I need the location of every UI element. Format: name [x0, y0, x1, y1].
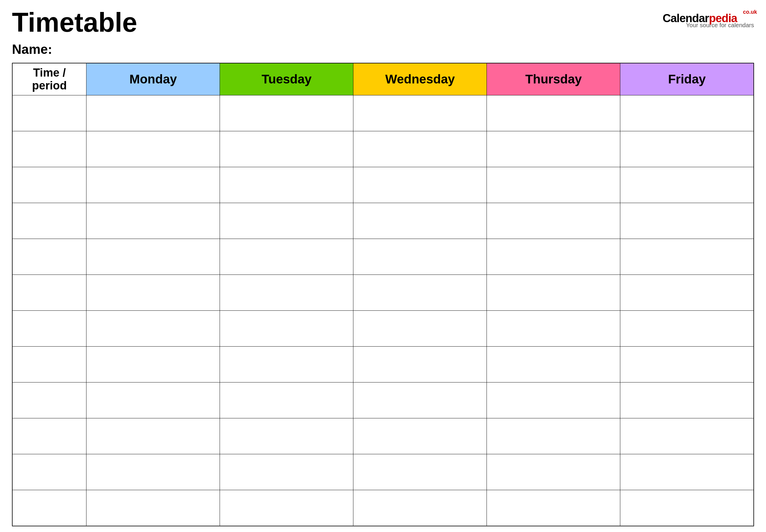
- day-cell: [487, 239, 620, 275]
- table-row: [12, 239, 754, 275]
- header-section: Timetable Calendarpedia co.uk Your sourc…: [12, 9, 754, 36]
- time-cell: [12, 311, 86, 347]
- table-row: [12, 490, 754, 526]
- day-cell: [487, 490, 620, 526]
- day-cell: [353, 382, 487, 418]
- timetable-body: [12, 95, 754, 526]
- time-cell: [12, 239, 86, 275]
- footer-url: www.calendarpedia.co.uk: [12, 531, 86, 532]
- time-cell: [12, 347, 86, 382]
- day-cell: [220, 347, 353, 382]
- day-cell: [220, 490, 353, 526]
- day-cell: [220, 382, 353, 418]
- time-cell: [12, 203, 86, 239]
- day-cell: [220, 239, 353, 275]
- day-cell: [86, 454, 220, 490]
- day-cell: [620, 347, 754, 382]
- day-cell: [487, 203, 620, 239]
- header-monday: Monday: [86, 63, 220, 95]
- day-cell: [487, 454, 620, 490]
- table-row: [12, 382, 754, 418]
- day-cell: [620, 167, 754, 203]
- time-cell: [12, 454, 86, 490]
- footer: www.calendarpedia.co.uk: [12, 531, 754, 532]
- day-cell: [86, 95, 220, 131]
- day-cell: [353, 418, 487, 454]
- day-cell: [620, 382, 754, 418]
- logo-couk: co.uk: [743, 9, 757, 15]
- logo-pedia: pedia: [709, 12, 737, 25]
- day-cell: [220, 454, 353, 490]
- day-cell: [86, 490, 220, 526]
- table-row: [12, 418, 754, 454]
- day-cell: [353, 167, 487, 203]
- day-cell: [220, 311, 353, 347]
- header-thursday: Thursday: [487, 63, 620, 95]
- day-cell: [353, 239, 487, 275]
- day-cell: [620, 454, 754, 490]
- header-wednesday: Wednesday: [353, 63, 487, 95]
- table-row: [12, 95, 754, 131]
- time-cell: [12, 131, 86, 167]
- day-cell: [620, 311, 754, 347]
- logo-area: Calendarpedia co.uk Your source for cale…: [663, 9, 754, 29]
- logo-calendar: Calendar: [663, 12, 709, 25]
- day-cell: [220, 203, 353, 239]
- day-cell: [353, 490, 487, 526]
- day-cell: [86, 167, 220, 203]
- day-cell: [220, 418, 353, 454]
- day-cell: [86, 311, 220, 347]
- day-cell: [487, 347, 620, 382]
- day-cell: [487, 418, 620, 454]
- day-cell: [86, 239, 220, 275]
- day-cell: [353, 95, 487, 131]
- day-cell: [620, 203, 754, 239]
- time-cell: [12, 167, 86, 203]
- name-label: Name:: [12, 42, 754, 57]
- day-cell: [353, 311, 487, 347]
- table-row: [12, 131, 754, 167]
- time-cell: [12, 418, 86, 454]
- day-cell: [620, 95, 754, 131]
- day-cell: [86, 131, 220, 167]
- table-row: [12, 347, 754, 382]
- timetable: Time / period Monday Tuesday Wednesday T…: [12, 63, 754, 526]
- day-cell: [620, 131, 754, 167]
- header-friday: Friday: [620, 63, 754, 95]
- time-cell: [12, 490, 86, 526]
- day-cell: [353, 203, 487, 239]
- day-cell: [353, 347, 487, 382]
- header-tuesday: Tuesday: [220, 63, 353, 95]
- time-cell: [12, 275, 86, 311]
- day-cell: [487, 167, 620, 203]
- day-cell: [353, 131, 487, 167]
- day-cell: [86, 418, 220, 454]
- day-cell: [220, 167, 353, 203]
- day-cell: [487, 131, 620, 167]
- header-time-period: Time / period: [12, 63, 86, 95]
- day-cell: [487, 95, 620, 131]
- table-row: [12, 167, 754, 203]
- day-cell: [487, 382, 620, 418]
- page-title: Timetable: [12, 9, 137, 36]
- time-cell: [12, 382, 86, 418]
- time-cell: [12, 95, 86, 131]
- day-cell: [220, 95, 353, 131]
- day-cell: [353, 454, 487, 490]
- day-cell: [353, 275, 487, 311]
- day-cell: [620, 490, 754, 526]
- day-cell: [620, 275, 754, 311]
- day-cell: [620, 239, 754, 275]
- day-cell: [220, 275, 353, 311]
- day-cell: [487, 311, 620, 347]
- logo-text: Calendarpedia: [663, 12, 740, 25]
- day-cell: [86, 382, 220, 418]
- table-row: [12, 454, 754, 490]
- table-row: [12, 275, 754, 311]
- day-cell: [86, 275, 220, 311]
- table-row: [12, 203, 754, 239]
- day-cell: [86, 203, 220, 239]
- table-row: [12, 311, 754, 347]
- day-cell: [220, 131, 353, 167]
- day-cell: [620, 418, 754, 454]
